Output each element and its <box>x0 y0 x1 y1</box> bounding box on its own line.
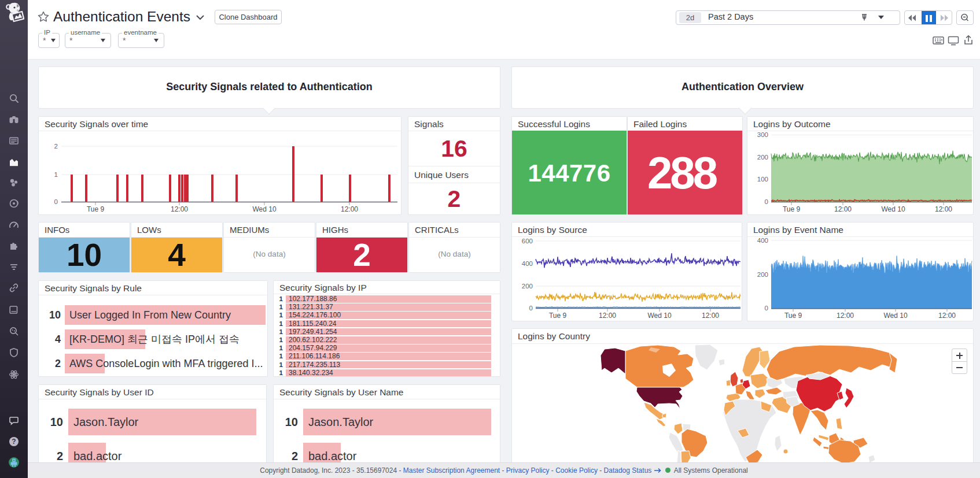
svg-text:Tue 9: Tue 9 <box>549 312 567 320</box>
svg-text:12:00: 12:00 <box>837 312 854 320</box>
svg-text:100: 100 <box>757 176 768 183</box>
svg-text:Tue 9: Tue 9 <box>783 205 801 213</box>
svg-text:1: 1 <box>54 171 58 178</box>
svg-text:Tue 9: Tue 9 <box>784 312 802 320</box>
svg-text:12:00: 12:00 <box>341 205 358 213</box>
svg-text:12:00: 12:00 <box>702 312 719 320</box>
svg-text:12:00: 12:00 <box>834 205 852 213</box>
svg-text:200: 200 <box>757 271 768 278</box>
svg-text:200: 200 <box>522 283 533 290</box>
svg-text:12:00: 12:00 <box>935 205 952 213</box>
svg-text:Wed 10: Wed 10 <box>883 312 907 320</box>
svg-text:Wed 10: Wed 10 <box>647 312 671 320</box>
svg-text:600: 600 <box>522 238 533 244</box>
svg-text:0: 0 <box>54 198 58 205</box>
svg-text:2: 2 <box>54 143 58 150</box>
svg-text:Wed 10: Wed 10 <box>252 205 276 213</box>
svg-text:200: 200 <box>757 154 768 161</box>
svg-text:400: 400 <box>522 260 533 267</box>
svg-text:12:00: 12:00 <box>171 205 188 213</box>
svg-text:0: 0 <box>765 305 768 312</box>
svg-text:300: 300 <box>757 131 768 138</box>
svg-text:400: 400 <box>757 237 768 244</box>
svg-text:Wed 10: Wed 10 <box>881 205 905 213</box>
svg-text:0: 0 <box>529 305 533 312</box>
svg-text:?: ? <box>12 438 16 446</box>
svg-text:Tue 9: Tue 9 <box>87 205 105 213</box>
svg-text:0: 0 <box>765 198 768 205</box>
svg-text:12:00: 12:00 <box>938 312 956 320</box>
svg-text:12:00: 12:00 <box>599 312 616 320</box>
